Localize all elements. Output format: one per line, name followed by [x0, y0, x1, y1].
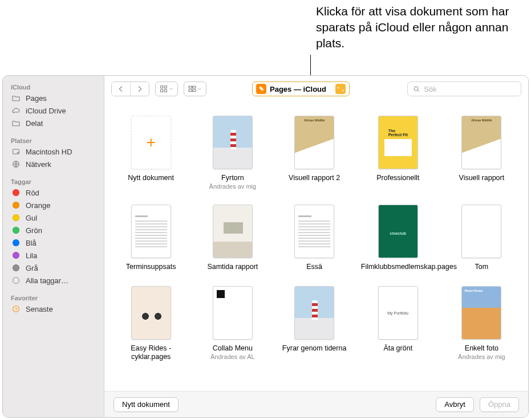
svg-point-12 [414, 87, 418, 91]
file-item[interactable]: My PortfolioÄta grönt [361, 286, 435, 361]
svg-rect-11 [193, 89, 196, 91]
file-item[interactable]: African WildlifeVisuell rapport 2 [279, 116, 350, 190]
file-item[interactable]: Samtida rapport [197, 205, 267, 271]
file-name: Essä [306, 263, 322, 271]
file-item[interactable]: cineclubFilmklubbsmedlemskap.pages [361, 205, 435, 271]
file-item[interactable]: Essä [279, 205, 350, 271]
sidebar-item-label: iCloud Drive [26, 107, 98, 115]
svg-rect-4 [161, 86, 163, 88]
file-thumbnail [461, 205, 501, 258]
sidebar-item[interactable]: Senaste [3, 303, 104, 315]
sidebar-item[interactable]: Alla taggar… [3, 274, 104, 287]
view-mode-button[interactable] [155, 81, 178, 96]
file-name: Enkelt foto [465, 344, 498, 353]
file-thumbnail: African Wildlife [461, 116, 501, 169]
svg-point-1 [18, 152, 18, 153]
location-popup[interactable]: ✎ Pages — iCloud ⌃⌄ [252, 81, 350, 96]
alltags-icon [11, 276, 21, 285]
file-thumbnail: African Wildlife [294, 116, 334, 169]
file-subtitle: Ändrades av mig [458, 353, 505, 360]
open-button[interactable]: Öppna [480, 397, 519, 412]
svg-rect-6 [161, 89, 163, 92]
chevron-right-icon [135, 84, 144, 93]
bottom-bar: Nytt dokument Avbryt Öppna [104, 391, 528, 417]
sidebar-item-label: Grå [26, 264, 98, 272]
file-thumbnail [131, 286, 171, 340]
new-document-tile[interactable]: +Nytt dokument [116, 116, 186, 190]
file-subtitle: Ändrades av mig [209, 183, 257, 190]
pages-app-icon: ✎ [256, 84, 266, 94]
file-name: Easy Rides -cyklar.pages [116, 344, 186, 361]
group-button[interactable] [184, 81, 206, 96]
sidebar-item[interactable]: Gul [3, 211, 104, 224]
toolbar: ✎ Pages — iCloud ⌃⌄ [104, 76, 528, 102]
file-thumbnail: My Portfolio [378, 286, 418, 340]
sidebar-item[interactable]: Grön [3, 224, 104, 236]
file-thumbnail [294, 286, 334, 340]
file-name: Fyrtorn [221, 174, 244, 182]
file-name: Nytt dokument [128, 174, 174, 182]
nav-segment [111, 81, 149, 96]
file-item[interactable]: Collab MenuÄndrades av AL [197, 286, 267, 361]
file-thumbnail: + [131, 116, 171, 169]
sidebar-item[interactable]: Grå [3, 262, 104, 274]
sidebar-item[interactable]: Röd [3, 186, 104, 199]
file-item[interactable]: Tom [447, 205, 517, 271]
file-subtitle: Ändrades av AL [210, 353, 255, 360]
sidebar-item-label: Lila [26, 251, 98, 260]
file-item[interactable]: Easy Rides -cyklar.pages [116, 286, 186, 361]
file-thumbnail [131, 205, 171, 258]
cloud-icon [11, 106, 21, 115]
file-thumbnail [213, 286, 253, 340]
svg-rect-5 [164, 86, 167, 88]
tag-dot-icon [11, 213, 21, 222]
sidebar-item[interactable]: Nätverk [3, 158, 104, 170]
chevron-down-icon [168, 84, 174, 93]
sidebar-section-title: Taggar [3, 176, 104, 186]
file-name: Tom [475, 263, 489, 271]
tag-dot-icon [11, 263, 21, 272]
chevron-down-icon [197, 84, 202, 93]
sidebar-item[interactable]: Lila [3, 249, 104, 262]
search-icon [412, 84, 420, 93]
search-field[interactable] [407, 81, 521, 96]
file-grid: +Nytt dokumentFyrtornÄndrades av migAfri… [104, 102, 528, 391]
sidebar-item[interactable]: Pages [3, 92, 104, 104]
file-thumbnail: cineclub [378, 205, 418, 258]
network-icon [11, 160, 21, 169]
sidebar-section-title: iCloud [3, 81, 104, 92]
sidebar: iCloudPagesiCloud DriveDelatPlatserMacin… [3, 76, 104, 417]
forward-button[interactable] [130, 82, 149, 96]
file-thumbnail: Desert Dunes [461, 286, 501, 340]
sidebar-item-label: Gul [26, 214, 98, 222]
new-document-button[interactable]: Nytt dokument [114, 397, 179, 412]
folder-icon [11, 93, 21, 103]
file-thumbnail [294, 205, 334, 258]
sidebar-item[interactable]: Blå [3, 236, 104, 249]
location-label: Pages — iCloud [270, 85, 326, 93]
sidebar-item-label: Blå [26, 239, 98, 247]
file-item[interactable]: Fyrar genom tiderna [279, 286, 350, 361]
file-item[interactable]: Terminsuppsats [116, 205, 186, 271]
sidebar-item-label: Orange [26, 201, 98, 210]
updown-icon: ⌃⌄ [335, 84, 346, 94]
disk-icon [11, 147, 21, 156]
sidebar-item-label: Pages [26, 94, 98, 103]
search-input[interactable] [424, 85, 516, 93]
main-area: ✎ Pages — iCloud ⌃⌄ +Nytt dokumentFyrtor… [104, 76, 528, 417]
file-item[interactable]: ThePerfect FitProfessionellt [361, 116, 435, 190]
svg-rect-9 [193, 86, 196, 88]
svg-rect-7 [164, 89, 167, 92]
file-item[interactable]: Desert DunesEnkelt fotoÄndrades av mig [447, 286, 517, 361]
sidebar-item[interactable]: Orange [3, 199, 104, 211]
chevron-left-icon [116, 84, 125, 93]
sidebar-item[interactable]: Delat [3, 117, 104, 129]
cancel-button[interactable]: Avbryt [436, 397, 474, 412]
file-item[interactable]: FyrtornÄndrades av mig [197, 116, 267, 190]
file-name: Professionellt [376, 174, 419, 182]
back-button[interactable] [112, 82, 130, 96]
svg-rect-10 [189, 89, 192, 91]
sidebar-item[interactable]: iCloud Drive [3, 104, 104, 117]
file-item[interactable]: African WildlifeVisuell rapport [447, 116, 517, 190]
sidebar-item[interactable]: Macintosh HD [3, 145, 104, 158]
